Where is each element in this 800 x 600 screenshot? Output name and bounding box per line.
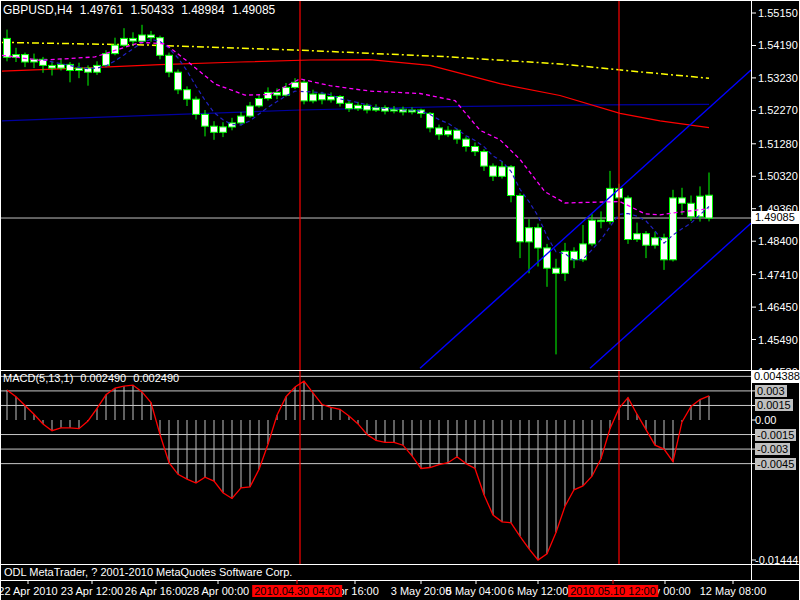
time-tick-label: 6 May 12:00 [508,585,569,597]
macd-level-label: 0.00 [755,414,776,426]
price-tick-label: 1.47410 [758,269,798,281]
macd-min-label: -0.01444 [755,554,798,566]
macd-name: MACD(5,13,1) [3,372,73,384]
macd-signal-value: 0.002490 [133,372,179,384]
macd-level-label: -0.0015 [755,429,796,441]
vertical-line-date-label: 2010.05.10 12:00 [568,585,658,597]
price-tick-label: 1.51280 [758,138,798,150]
time-tick-label: 23 Apr 12:00 [61,585,123,597]
macd-level-label: 0.003 [755,385,787,397]
mt4-chart-window: GBPUSD,H4 1.49761 1.50433 1.48984 1.4908… [0,0,800,600]
time-tick-label: 22 Apr 2010 [0,585,58,597]
macd-level-label: -0.0045 [755,458,796,470]
price-tick-label: 1.48400 [758,235,798,247]
current-price-box: 1.49085 [752,211,800,224]
macd-level-label: -0.003 [755,443,790,455]
price-tick-label: 1.54190 [758,39,798,51]
macd-level-label: 0.0015 [755,399,793,411]
macd-current-value-box: 0.004388 [752,370,800,383]
price-tick-label: 1.46450 [758,301,798,313]
macd-main-value: 0.002490 [80,372,126,384]
open-value: 1.49761 [80,3,123,17]
high-value: 1.50433 [130,3,173,17]
price-tick-label: 1.50320 [758,170,798,182]
price-tick-label: 1.55150 [758,7,798,19]
time-tick-label: 26 Apr 16:00 [125,585,187,597]
price-tick-label: 1.45490 [758,334,798,346]
close-value: 1.49085 [232,3,275,17]
time-tick-label: 5 May 04:00 [446,585,507,597]
symbol-period-label: GBPUSD,H4 [3,3,72,17]
low-value: 1.48984 [181,3,224,17]
macd-plot-area[interactable] [0,370,751,564]
time-tick-label: 3 May 20:00 [391,585,452,597]
time-tick-label: 12 May 08:00 [700,585,767,597]
chart-canvas[interactable] [0,0,800,600]
time-tick-label: 28 Apr 00:00 [187,585,249,597]
main-plot-area[interactable] [0,0,751,370]
price-tick-label: 1.53230 [758,72,798,84]
vertical-line-date-label: 2010.04.30 04:00 [252,585,342,597]
macd-indicator-label: MACD(5,13,1) 0.002490 0.002490 [3,372,183,384]
price-tick-label: 1.52270 [758,104,798,116]
symbol-ohlc-header: GBPUSD,H4 1.49761 1.50433 1.48984 1.4908… [3,3,279,17]
copyright-text: ODL MetaTrader, ? 2001-2010 MetaQuotes S… [4,566,292,578]
